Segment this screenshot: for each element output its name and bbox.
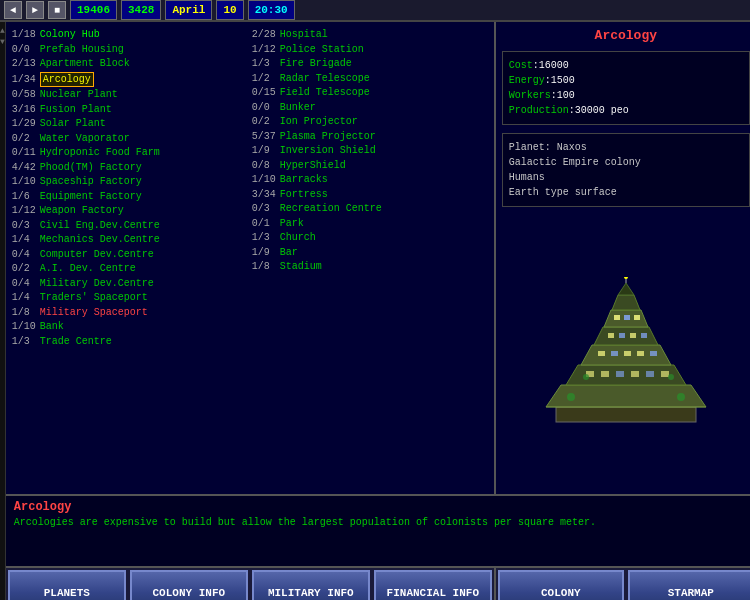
list-item[interactable]: 3/16Fusion Plant	[12, 103, 248, 117]
building-name[interactable]: A.I. Dev. Centre	[40, 262, 136, 276]
building-name[interactable]: Traders' Spaceport	[40, 291, 148, 305]
building-name[interactable]: Field Telescope	[280, 86, 370, 100]
buildings-col-right: 2/28Hospital1/12Police Station1/3Fire Br…	[250, 26, 490, 490]
list-item[interactable]: 0/3Recreation Centre	[252, 202, 488, 216]
building-name[interactable]: Mechanics Dev.Centre	[40, 233, 160, 247]
list-item[interactable]: 1/10Bank	[12, 320, 248, 334]
building-name[interactable]: Equipment Factory	[40, 190, 142, 204]
list-item[interactable]: 1/2Radar Telescope	[252, 72, 488, 86]
list-item[interactable]: 5/37Plasma Projector	[252, 130, 488, 144]
list-item[interactable]: 0/2Water Vaporator	[12, 132, 248, 146]
building-name[interactable]: Bunker	[280, 101, 316, 115]
building-name[interactable]: Bar	[280, 246, 298, 260]
game-button[interactable]: MILITARY INFO	[252, 570, 370, 600]
description-title: Arcology	[14, 500, 748, 514]
list-item[interactable]: 0/1Park	[252, 217, 488, 231]
building-count: 1/4	[12, 233, 40, 247]
building-count: 1/12	[252, 43, 280, 57]
building-name[interactable]: Arcology	[40, 72, 94, 88]
building-name[interactable]: Hydroponic Food Farm	[40, 146, 160, 160]
list-item[interactable]: 0/58Nuclear Plant	[12, 88, 248, 102]
list-item[interactable]: 1/10Spaceship Factory	[12, 175, 248, 189]
building-name[interactable]: Colony Hub	[40, 28, 100, 42]
building-name[interactable]: Stadium	[280, 260, 322, 274]
list-item[interactable]: 1/4Traders' Spaceport	[12, 291, 248, 305]
svg-rect-23	[624, 315, 630, 320]
building-name[interactable]: Church	[280, 231, 316, 245]
list-item[interactable]: 0/0Bunker	[252, 101, 488, 115]
building-name[interactable]: Weapon Factory	[40, 204, 124, 218]
list-item[interactable]: 3/34Fortress	[252, 188, 488, 202]
building-name[interactable]: Bank	[40, 320, 64, 334]
list-item[interactable]: 0/0Prefab Housing	[12, 43, 248, 57]
list-item[interactable]: 0/4Computer Dev.Centre	[12, 248, 248, 262]
game-button[interactable]: COLONY	[498, 570, 624, 600]
building-name[interactable]: Fusion Plant	[40, 103, 112, 117]
game-button[interactable]: PLANETS	[8, 570, 126, 600]
game-button[interactable]: FINANCIAL INFO	[374, 570, 492, 600]
building-name[interactable]: Military Spaceport	[40, 306, 148, 320]
nav-left-btn[interactable]: ◄	[4, 1, 22, 19]
building-name[interactable]: Park	[280, 217, 304, 231]
game-button[interactable]: COLONY INFO	[130, 570, 248, 600]
list-item[interactable]: 1/12Police Station	[252, 43, 488, 57]
list-item[interactable]: 1/10Barracks	[252, 173, 488, 187]
list-item[interactable]: 2/13Apartment Block	[12, 57, 248, 71]
button-row-1-left: PLANETSCOLONY INFOMILITARY INFOFINANCIAL…	[6, 568, 496, 600]
list-item[interactable]: 0/4Military Dev.Centre	[12, 277, 248, 291]
svg-rect-5	[601, 371, 609, 377]
list-item[interactable]: 0/2A.I. Dev. Centre	[12, 262, 248, 276]
building-name[interactable]: Military Dev.Centre	[40, 277, 154, 291]
list-item[interactable]: 1/4Mechanics Dev.Centre	[12, 233, 248, 247]
list-item[interactable]: 1/3Trade Centre	[12, 335, 248, 349]
building-name[interactable]: Hospital	[280, 28, 328, 42]
building-name[interactable]: Plasma Projector	[280, 130, 376, 144]
building-name[interactable]: HyperShield	[280, 159, 346, 173]
list-item[interactable]: 1/12Weapon Factory	[12, 204, 248, 218]
list-item[interactable]: 1/29Solar Plant	[12, 117, 248, 131]
building-name[interactable]: Fire Brigade	[280, 57, 352, 71]
list-item[interactable]: 1/9Bar	[252, 246, 488, 260]
list-item[interactable]: 1/34Arcology	[12, 72, 248, 88]
svg-point-29	[567, 393, 575, 401]
list-item[interactable]: 0/3Civil Eng.Dev.Centre	[12, 219, 248, 233]
building-name[interactable]: Ion Projector	[280, 115, 358, 129]
building-name[interactable]: Fortress	[280, 188, 328, 202]
list-item[interactable]: 0/8HyperShield	[252, 159, 488, 173]
building-name[interactable]: Phood(TM) Factory	[40, 161, 142, 175]
building-name[interactable]: Computer Dev.Centre	[40, 248, 154, 262]
list-item[interactable]: 0/15Field Telescope	[252, 86, 488, 100]
building-name[interactable]: Civil Eng.Dev.Centre	[40, 219, 160, 233]
nav-stop-btn[interactable]: ■	[48, 1, 66, 19]
sidebar-arrow-down[interactable]: ▼	[0, 37, 5, 46]
bottom-buttons: PLANETSCOLONY INFOMILITARY INFOFINANCIAL…	[6, 566, 750, 600]
list-item[interactable]: 1/6Equipment Factory	[12, 190, 248, 204]
building-name[interactable]: Police Station	[280, 43, 364, 57]
building-name[interactable]: Spaceship Factory	[40, 175, 142, 189]
game-button[interactable]: STARMAP	[628, 570, 750, 600]
building-name[interactable]: Recreation Centre	[280, 202, 382, 216]
building-name[interactable]: Trade Centre	[40, 335, 112, 349]
buildings-panel: 1/18Colony Hub0/0Prefab Housing2/13Apart…	[6, 22, 496, 494]
sidebar-arrow-up[interactable]: ▲	[0, 26, 5, 35]
building-name[interactable]: Prefab Housing	[40, 43, 124, 57]
nav-right-btn[interactable]: ►	[26, 1, 44, 19]
building-name[interactable]: Barracks	[280, 173, 328, 187]
list-item[interactable]: 1/8Military Spaceport	[12, 306, 248, 320]
list-item[interactable]: 1/9Inversion Shield	[252, 144, 488, 158]
list-item[interactable]: 4/42Phood(TM) Factory	[12, 161, 248, 175]
building-name[interactable]: Solar Plant	[40, 117, 106, 131]
list-item[interactable]: 0/2Ion Projector	[252, 115, 488, 129]
building-name[interactable]: Apartment Block	[40, 57, 130, 71]
list-item[interactable]: 0/11Hydroponic Food Farm	[12, 146, 248, 160]
list-item[interactable]: 1/3Church	[252, 231, 488, 245]
building-name[interactable]: Inversion Shield	[280, 144, 376, 158]
top-status-bar: ◄ ► ■ 19406 3428 April 10 20:30	[0, 0, 750, 22]
building-name[interactable]: Radar Telescope	[280, 72, 370, 86]
list-item[interactable]: 1/3Fire Brigade	[252, 57, 488, 71]
list-item[interactable]: 1/18Colony Hub	[12, 28, 248, 42]
list-item[interactable]: 1/8Stadium	[252, 260, 488, 274]
building-name[interactable]: Nuclear Plant	[40, 88, 118, 102]
list-item[interactable]: 2/28Hospital	[252, 28, 488, 42]
building-name[interactable]: Water Vaporator	[40, 132, 130, 146]
